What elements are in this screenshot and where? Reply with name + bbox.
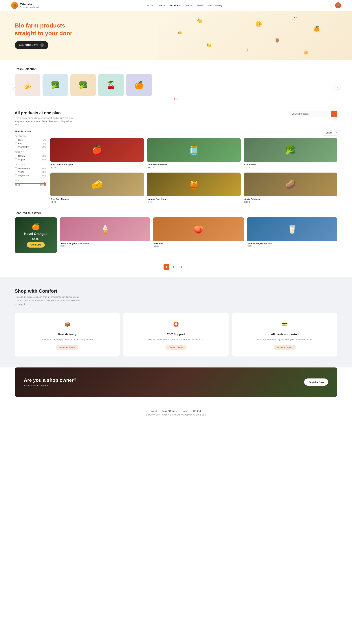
natural-checkbox[interactable] <box>15 155 17 157</box>
nav-news[interactable]: News <box>197 4 203 7</box>
filter-vegetables: Vegetables (10) <box>15 146 46 148</box>
page-1-button[interactable]: 1 <box>164 264 170 270</box>
site-tagline: Farms Directory Layout <box>20 6 39 8</box>
dot-1 <box>174 98 176 100</box>
carousel-wrap: ‹ 🍌 🥦 🥦 🍒 🍊 › <box>15 74 337 100</box>
search-area: → <box>288 110 337 117</box>
vegetables-checkbox[interactable] <box>15 146 17 148</box>
filter-title: Filter Products <box>15 130 46 133</box>
stick2-icon: 🥢 <box>245 47 250 52</box>
fruit-scatter: 🍋 🍋 🍋 🌼 🪵 🥢 🥢 🍊 🌼 <box>158 11 352 60</box>
cauliflower-price: $3.20 <box>244 166 336 169</box>
search-button[interactable]: → <box>331 110 337 117</box>
price-slider-track[interactable] <box>15 183 46 184</box>
organic-label: Organic <box>18 158 26 161</box>
fruits-checkbox[interactable] <box>15 142 17 145</box>
footer-contact-link[interactable]: Contact <box>193 410 201 412</box>
footer-news-link[interactable]: News <box>182 410 188 412</box>
gluten-checkbox[interactable] <box>15 168 17 170</box>
filter-group-category: CATEGORY Dairy (5) Fruits (7) <box>15 135 46 148</box>
cauliflower-name: Cauliflower <box>244 164 336 166</box>
natural-label: Natural <box>18 155 25 157</box>
price-slider-fill <box>15 183 46 184</box>
register-now-button[interactable]: Register Now <box>304 378 328 386</box>
contact-details-button[interactable]: Contact Details <box>165 345 187 350</box>
featured-card-milk[interactable]: 🥛 Non-Homogenized Milk $3.95 <box>247 217 337 253</box>
hamburger-icon[interactable]: ☰ <box>330 3 333 7</box>
cherry-image: 🍒 <box>98 74 124 96</box>
nav-home[interactable]: Home <box>147 4 153 7</box>
sort-bar: Latest <box>50 130 337 136</box>
payment-icon: 💳 <box>280 319 290 330</box>
vegetarian-checkbox[interactable] <box>15 174 17 177</box>
featured-grid: 🍊 Navel Oranges $6.00 Shop Now 🍦 Various… <box>15 217 337 253</box>
nav-products[interactable]: Products <box>170 4 180 7</box>
gluten-label: Gluten Free <box>18 167 30 170</box>
hero-highlight: products <box>40 22 65 29</box>
carousel-next-button[interactable]: › <box>334 84 340 90</box>
payment-details-button[interactable]: Payment Details <box>274 345 296 350</box>
filter-organic: Organic (19) <box>15 158 46 161</box>
cheese-name: Red Cow Cheese <box>51 198 143 200</box>
carousel-dots <box>15 98 337 100</box>
lemon-slice-icon: 🍊 <box>313 26 320 32</box>
pagination-next-icon[interactable]: → <box>186 265 188 269</box>
shipping-details-button[interactable]: Shipping Details <box>56 345 78 350</box>
comfort-card-delivery: 📦 Fast delivery Oro varius natoque penat… <box>15 313 120 356</box>
footer-login-link[interactable]: Login / Register <box>162 410 178 412</box>
page-2-button[interactable]: 2 <box>171 264 177 270</box>
nav-add-listing[interactable]: + Add Listing <box>208 4 222 7</box>
product-card-ghee[interactable]: 🫙 Pure Natural Ghee $13.95 <box>147 138 240 170</box>
search-input[interactable] <box>288 110 329 117</box>
product-card-apples[interactable]: 🍎 Red Delicious Apples $3.95 <box>50 138 144 170</box>
owner-title: Are you a shop owner? <box>24 378 77 383</box>
carousel-item-broccoli2[interactable]: 🥦 <box>70 74 96 96</box>
peaches-image: 🍑 <box>153 217 244 241</box>
fruits-count: (7) <box>44 142 46 145</box>
products-grid: 🍎 Red Delicious Apples $3.95 🫙 Pure Natu… <box>50 138 337 204</box>
product-card-potatoes[interactable]: 🥔 Agria Potatoes $3.00 <box>244 172 337 204</box>
organic-checkbox[interactable] <box>15 158 17 161</box>
featured-main-content: 🍊 Navel Oranges $6.00 Shop Now <box>24 223 47 248</box>
product-card-cheese[interactable]: 🧀 Red Cow Cheese $6.10 <box>50 172 144 204</box>
carousel-item-cherry[interactable]: 🍒 <box>98 74 124 96</box>
price-min: $0.00 <box>15 184 20 186</box>
nav-farms[interactable]: Farms <box>158 4 165 7</box>
hero-cta-label: ALL PRODUCTS <box>19 44 38 46</box>
carousel-item-broccoli1[interactable]: 🥦 <box>42 74 68 96</box>
carousel-item-banana[interactable]: 🍌 <box>15 74 40 96</box>
featured-main-name: Navel Oranges <box>24 232 47 236</box>
vegan-checkbox[interactable] <box>15 171 17 173</box>
nav-about[interactable]: About <box>186 4 192 7</box>
carousel-item-orange[interactable]: 🍊 <box>126 74 152 96</box>
product-card-cauliflower[interactable]: 🥦 Cauliflower $3.20 <box>244 138 337 170</box>
price-slider-thumb[interactable] <box>43 182 46 185</box>
hero-title: Bio farm products straight to your door <box>15 22 72 37</box>
sort-select[interactable]: Latest <box>323 130 337 136</box>
icecream-price: $6.00 <box>60 245 150 247</box>
stick1-icon: 🥢 <box>293 15 298 20</box>
featured-card-icecream[interactable]: 🍦 Various Organic Ice-creams $6.00 <box>60 217 150 253</box>
filter-vegetarian: Vegetarian (21) <box>15 174 46 177</box>
filter-group-diet: DIET TYPE Gluten Free (11) Vegan (15) <box>15 164 46 177</box>
products-header: All products at one place Lorem ipsum do… <box>15 110 337 126</box>
product-card-honey[interactable]: 🍯 Natural Raw Honey $3.69 <box>147 172 240 204</box>
featured-card-peaches[interactable]: 🍑 Peaches $5.20 <box>153 217 244 253</box>
hero-section: Bio farm products straight to your door … <box>0 11 352 60</box>
potatoes-image: 🥔 <box>244 172 337 196</box>
peaches-price: $5.20 <box>154 245 243 247</box>
page-3-button[interactable]: 3 <box>178 264 184 270</box>
dairy-checkbox[interactable] <box>15 139 17 142</box>
featured-shop-button[interactable]: Shop Now <box>27 242 45 248</box>
ghee-image: 🫙 <box>147 138 240 162</box>
milk-info: Non-Homogenized Milk $3.95 <box>247 241 337 248</box>
potatoes-name: Agria Potatoes <box>244 198 336 200</box>
featured-main-price: $6.00 <box>24 237 47 240</box>
footer-about-link[interactable]: About <box>151 410 157 412</box>
hero-cta-button[interactable]: ALL PRODUCTS → <box>15 41 48 49</box>
cart-button[interactable]: 🛒 <box>335 2 341 8</box>
featured-main-card[interactable]: 🍊 Navel Oranges $6.00 Shop Now <box>15 217 57 253</box>
quality-label: QUALITY <box>15 151 46 153</box>
price-filter-label: PRICE <box>15 180 46 182</box>
broccoli1-image: 🥦 <box>42 74 68 96</box>
